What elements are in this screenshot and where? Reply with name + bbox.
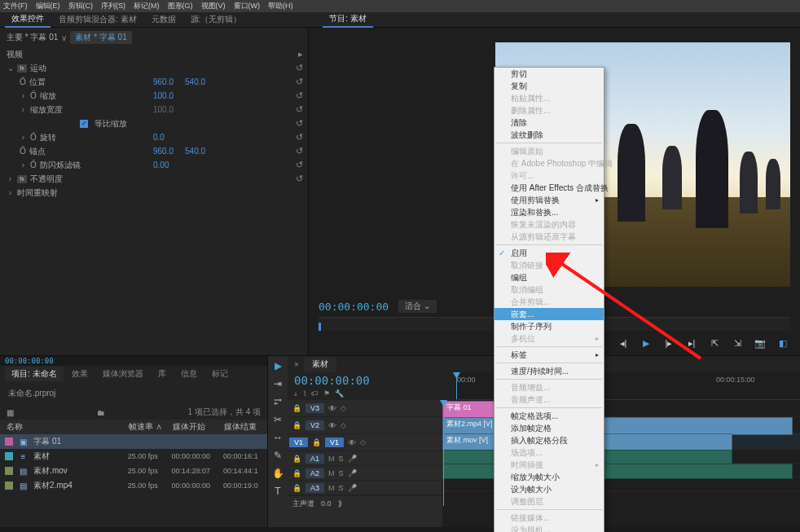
- project-tab[interactable]: 项目: 未命名: [5, 367, 64, 381]
- context-menu-item[interactable]: 标签: [495, 349, 604, 361]
- menu-item[interactable]: 帮助(H): [268, 1, 293, 11]
- rec-button[interactable]: 🎤: [348, 484, 357, 492]
- label-chip[interactable]: [5, 481, 13, 490]
- context-menu-item[interactable]: 渲染和替换...: [495, 206, 604, 218]
- mute-button[interactable]: M: [328, 484, 335, 492]
- ec-anch-y[interactable]: 540.0: [185, 147, 205, 156]
- tab-program[interactable]: 节目: 素材: [323, 11, 373, 28]
- master-value[interactable]: 0.0: [321, 499, 332, 508]
- twirl-icon[interactable]: ⌄: [7, 64, 14, 73]
- track-v1[interactable]: V1: [325, 437, 344, 447]
- menu-item[interactable]: 窗口(W): [234, 1, 261, 11]
- twirl-icon[interactable]: ›: [20, 133, 27, 142]
- context-menu-item[interactable]: 清除: [495, 117, 604, 129]
- project-item[interactable]: ▣字幕 01: [0, 434, 267, 449]
- ec-anch-x[interactable]: 960.0: [153, 147, 174, 156]
- fx-badge[interactable]: fx: [17, 64, 27, 73]
- lock-icon[interactable]: 🔒: [292, 469, 301, 477]
- link-icon[interactable]: ⌇: [303, 389, 306, 398]
- app-menubar[interactable]: 文件(F)编辑(E)剪辑(C)序列(S)标记(M)图形(G)视图(V)窗口(W)…: [0, 0, 800, 12]
- context-menu-item[interactable]: 设为帧大小: [495, 483, 604, 495]
- rec-button[interactable]: 🎤: [348, 469, 357, 477]
- reset-icon[interactable]: ↺: [296, 174, 303, 184]
- stopwatch-icon[interactable]: Ő: [30, 133, 37, 142]
- clip-context-menu[interactable]: 剪切复制粘贴属性...删除属性...清除波纹删除编辑原始在 Adobe Phot…: [494, 67, 604, 532]
- mute-button[interactable]: M: [328, 469, 335, 477]
- tab-metadata[interactable]: 元数据: [145, 12, 182, 27]
- lift-button[interactable]: ⇱: [707, 336, 722, 350]
- step-back-button[interactable]: ◂|: [616, 336, 631, 350]
- twirl-icon[interactable]: ›: [20, 160, 27, 169]
- twirl-icon[interactable]: ›: [7, 188, 14, 197]
- ec-scale-v[interactable]: 100.0: [153, 91, 174, 100]
- uniform-checkbox[interactable]: ✓: [80, 120, 88, 128]
- project-item[interactable]: ≡素材25.00 fps00:00:00:0000:00:16:1: [0, 449, 267, 464]
- wrench-icon[interactable]: 🔧: [335, 389, 344, 398]
- reset-icon[interactable]: ↺: [296, 63, 303, 73]
- eye-icon[interactable]: 👁: [328, 421, 336, 430]
- fx-badge[interactable]: fx: [17, 175, 27, 183]
- mute-button[interactable]: M: [328, 455, 335, 463]
- timeline-timecode[interactable]: 00:00:00:00: [294, 374, 449, 387]
- ec-timecode[interactable]: 00:00:00:00: [5, 357, 54, 365]
- solo-button[interactable]: S: [339, 469, 344, 477]
- reset-icon[interactable]: ↺: [296, 118, 303, 129]
- stopwatch-icon[interactable]: Ő: [30, 91, 37, 100]
- eye-icon[interactable]: 👁: [328, 404, 336, 413]
- ec-pos-y[interactable]: 540.0: [185, 77, 205, 86]
- reset-icon[interactable]: ↺: [296, 132, 303, 143]
- marker-opt-icon[interactable]: 🏷: [311, 389, 319, 398]
- context-menu-item[interactable]: 添加帧定格: [495, 422, 604, 434]
- lock-icon[interactable]: 🔒: [292, 404, 301, 412]
- context-menu-item[interactable]: 帧定格选项...: [495, 410, 604, 422]
- snap-icon[interactable]: ⫰: [294, 389, 298, 398]
- tab-audio-mixer[interactable]: 音频剪辑混合器: 素材: [52, 12, 143, 27]
- eye-icon[interactable]: 👁: [348, 438, 356, 447]
- col-name[interactable]: 名称: [0, 421, 129, 433]
- label-chip[interactable]: [5, 452, 13, 460]
- context-menu-item[interactable]: 编组: [495, 271, 604, 284]
- label-chip[interactable]: [5, 467, 13, 475]
- project-item[interactable]: ▤素材2.mp425.00 fps00:00:00:0000:00:19:0: [0, 478, 267, 493]
- context-menu-item[interactable]: 缩放为帧大小: [495, 471, 604, 483]
- stopwatch-icon[interactable]: Ő: [30, 160, 37, 169]
- lock-icon[interactable]: 🔒: [292, 484, 301, 492]
- zoom-dropdown[interactable]: 适合 ⌄: [398, 300, 437, 313]
- ec-motion[interactable]: 运动: [30, 63, 46, 74]
- lock-icon[interactable]: 🔒: [292, 421, 301, 429]
- menu-item[interactable]: 视图(V): [201, 1, 226, 11]
- track-v2[interactable]: V2: [305, 420, 324, 430]
- reset-icon[interactable]: ↺: [296, 160, 303, 170]
- menu-item[interactable]: 序列(S): [101, 1, 125, 11]
- razor-tool[interactable]: ✂: [271, 413, 284, 426]
- step-fwd-button[interactable]: |▸: [662, 336, 676, 350]
- twirl-icon[interactable]: ›: [7, 174, 14, 183]
- col-end[interactable]: 媒体结束: [224, 421, 267, 433]
- pen-tool[interactable]: ✎: [271, 449, 284, 462]
- reset-icon[interactable]: ↺: [296, 90, 303, 101]
- stopwatch-icon[interactable]: Ő: [20, 147, 26, 156]
- context-menu-item[interactable]: 剪切: [495, 68, 604, 80]
- chevron-icon[interactable]: ⟫: [338, 499, 342, 508]
- playhead[interactable]: [456, 372, 457, 399]
- col-start[interactable]: 媒体开始: [173, 421, 224, 433]
- folder-icon[interactable]: 🖿: [97, 408, 105, 417]
- selection-tool[interactable]: ▶: [271, 359, 284, 372]
- type-tool[interactable]: T: [271, 485, 284, 498]
- src-v1[interactable]: V1: [289, 437, 308, 447]
- ec-opacity[interactable]: 不透明度: [30, 174, 63, 185]
- context-menu-item[interactable]: 插入帧定格分段: [495, 434, 604, 446]
- twirl-icon[interactable]: ›: [20, 91, 27, 100]
- slip-tool[interactable]: ↔: [271, 431, 284, 444]
- project-tab[interactable]: 库: [152, 367, 173, 381]
- track-a3[interactable]: A3: [305, 483, 324, 493]
- stopwatch-icon[interactable]: Ő: [20, 77, 26, 86]
- menu-item[interactable]: 编辑(E): [36, 1, 60, 11]
- reset-icon[interactable]: ▸: [298, 49, 303, 59]
- context-menu-item[interactable]: 制作子序列: [495, 320, 604, 332]
- ec-rotation-v[interactable]: 0.0: [153, 133, 165, 142]
- solo-button[interactable]: S: [339, 484, 344, 492]
- context-menu-item[interactable]: 使用剪辑替换: [495, 194, 604, 206]
- solo-button[interactable]: S: [339, 455, 344, 463]
- project-tab[interactable]: 信息: [174, 367, 204, 381]
